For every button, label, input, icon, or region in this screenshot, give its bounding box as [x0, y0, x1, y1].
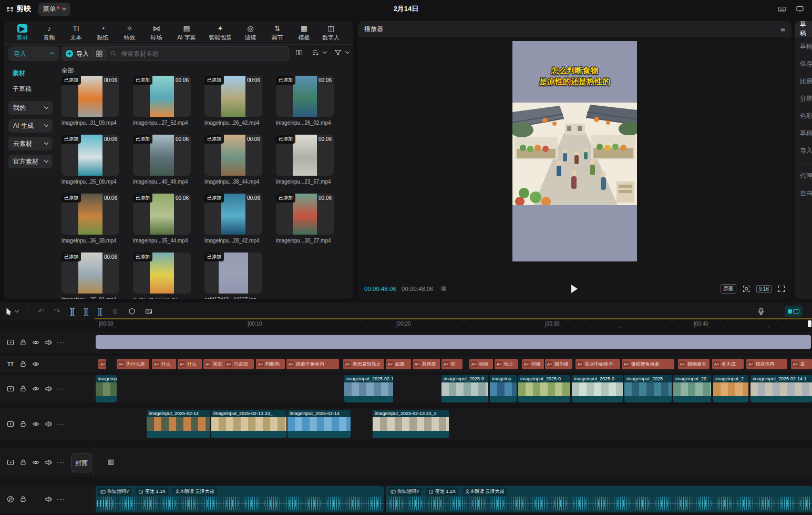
video-clip[interactable]: imageinput_2025-02-13 23: [344, 375, 393, 402]
media-thumbnail[interactable]: 已添加00:06: [276, 194, 334, 235]
draft-setting-item[interactable]: 分辨: [795, 89, 812, 106]
media-item[interactable]: 已添加热门标题大字母 (1).jpg: [133, 253, 191, 299]
search-box[interactable]: [105, 46, 289, 61]
media-item[interactable]: 已添加00:06imageinpu...28_42.mp4: [204, 194, 262, 244]
media-item[interactable]: 已添加00:06imageinpu...23_57.mp4: [276, 135, 334, 185]
video-clip[interactable]: imageinput_2025-02-14: [287, 410, 351, 438]
draft-setting-item[interactable]: 色彩: [795, 106, 812, 124]
media-item[interactable]: 已添加ccfd17d42...44337.jpg: [204, 253, 262, 299]
text-clip[interactable]: A≡地上: [495, 359, 518, 369]
text-clip[interactable]: A≡在水中始终不: [575, 359, 620, 369]
media-thumbnail[interactable]: 已添加00:06: [276, 76, 334, 117]
tab-templates[interactable]: ▦模板: [291, 24, 317, 42]
media-item[interactable]: 已添加00:06imageinpu...40_49.mp4: [133, 135, 191, 185]
speaker-icon[interactable]: [44, 459, 52, 466]
more-icon[interactable]: ···: [57, 459, 65, 466]
media-item[interactable]: 已添加00:06imageinpu...36_38.mp4: [61, 194, 119, 244]
shortcuts-keyboard-icon[interactable]: [777, 5, 787, 13]
tab-media[interactable]: ▶素材: [9, 24, 35, 42]
media-thumbnail[interactable]: 已添加00:06: [61, 135, 119, 176]
media-thumbnail[interactable]: 已添加00:06: [61, 253, 119, 294]
eye-icon[interactable]: [32, 459, 39, 466]
media-item[interactable]: 已添加00:06imageinpu...35_44.mp4: [133, 194, 191, 244]
draft-setting-item[interactable]: 比例: [795, 72, 812, 89]
media-thumbnail[interactable]: 已添加: [133, 253, 191, 294]
import-dropdown[interactable]: 导入: [8, 46, 59, 61]
text-clip[interactable]: A≡其实: [203, 359, 225, 369]
sidebar-item-官方素材[interactable]: 官方素材: [8, 155, 53, 168]
split-icon[interactable]: ][: [70, 307, 74, 316]
video-clip[interactable]: imageinput_2025-02-14: [147, 410, 210, 438]
media-item[interactable]: 已添加00:06imageinpu...26_02.mp4: [276, 76, 334, 126]
media-item[interactable]: 已添加00:06imageinpu...35_01.mp4: [61, 253, 119, 299]
media-thumbnail[interactable]: 已添加00:06: [61, 76, 119, 117]
video-clip[interactable]: imageinput_2025-02-13 23_: [211, 410, 286, 438]
tab-digital-human[interactable]: ◫数字人: [318, 24, 344, 42]
text-clip[interactable]: A≡其肉质: [413, 359, 440, 369]
video-clip[interactable]: imageinput_2025-02-13 23_2: [373, 410, 449, 438]
frames-icon[interactable]: [440, 285, 447, 292]
draft-setting-item[interactable]: 保存: [795, 54, 812, 72]
media-item[interactable]: 已添加00:06imageinpu...30_27.mp4: [276, 194, 334, 244]
speaker-icon[interactable]: [44, 420, 52, 428]
ratio-button[interactable]: 9:16: [756, 285, 772, 293]
player-menu-icon[interactable]: ≡: [780, 25, 785, 34]
draft-setting-item[interactable]: 自由: [795, 184, 812, 201]
tab-ai-captions[interactable]: ▤AI 字幕: [170, 24, 203, 42]
lock-icon[interactable]: [19, 459, 27, 466]
media-item[interactable]: 已添加00:06imageinpu...38_44.mp4: [204, 135, 262, 185]
media-item[interactable]: 已添加00:06imageinpu...31_09.mp4: [61, 76, 119, 126]
media-item[interactable]: 已添加00:06imageinpu...27_52.mp4: [133, 76, 191, 126]
search-input[interactable]: [120, 49, 284, 58]
audio-clip[interactable]: 你知道吗?变速 1.2X文本朗读 云泽大叔: [386, 486, 812, 512]
play-button[interactable]: [571, 285, 578, 293]
speaker-icon[interactable]: [44, 385, 52, 392]
media-thumbnail[interactable]: 已添加00:06: [133, 76, 191, 117]
tab-sticker[interactable]: ◔贴纸: [90, 24, 116, 42]
lock-icon[interactable]: [19, 420, 27, 428]
media-thumbnail[interactable]: 已添加00:06: [204, 135, 262, 176]
select-tool-button[interactable]: [5, 308, 18, 315]
redo-icon[interactable]: ↷: [54, 307, 61, 316]
tab-text[interactable]: TI文本: [63, 24, 89, 42]
video-clip[interactable]: imageinp: [490, 375, 517, 402]
eye-icon[interactable]: [32, 420, 39, 428]
text-clip[interactable]: A≡意思是阳热之: [343, 359, 384, 369]
media-item[interactable]: 已添加00:06imageinpu...25_08.mp4: [61, 135, 119, 185]
media-thumbnail[interactable]: 已添加00:06: [61, 194, 119, 235]
import-button[interactable]: + 导入: [61, 46, 107, 61]
preview-focus-icon[interactable]: [743, 285, 750, 292]
tab-audio[interactable]: ♪音频: [36, 24, 62, 42]
text-clip[interactable]: A≡因为猪: [545, 359, 572, 369]
text-clip[interactable]: A≡判断肉: [256, 359, 285, 369]
text-clip[interactable]: A≡借助于黄帝内: [286, 359, 339, 369]
video-clip[interactable]: imageinput_2025-0: [441, 375, 488, 402]
more-icon[interactable]: ···: [57, 496, 65, 503]
filter-icon[interactable]: [334, 49, 349, 56]
text-clip[interactable]: A≡为什么老: [117, 359, 149, 369]
text-clip[interactable]: A≡但猪: [522, 359, 544, 369]
video-clip[interactable]: imageinput_2025-02-14 1: [751, 375, 812, 402]
text-clip[interactable]: A≡什么: [152, 359, 176, 369]
video-clip[interactable]: imageinput_2025-0: [572, 375, 623, 402]
lock-icon[interactable]: [19, 339, 27, 346]
background-clip[interactable]: [96, 335, 811, 349]
audio-clip[interactable]: 你知道吗?变速 1.3X文本朗读 云泽大叔: [96, 486, 384, 512]
sort-icon[interactable]: [312, 49, 326, 56]
draft-setting-item[interactable]: 代理: [795, 166, 812, 184]
lock-icon[interactable]: [19, 360, 27, 368]
video-clip[interactable]: imageinput_2025-: [96, 375, 117, 402]
video-clip[interactable]: imageinput_2025: [624, 375, 672, 402]
fullscreen-icon[interactable]: [778, 285, 785, 292]
more-icon[interactable]: ···: [57, 385, 65, 392]
speaker-icon[interactable]: [44, 339, 52, 346]
text-clip[interactable]: A≡植物夏天: [678, 359, 710, 369]
video-preview[interactable]: 怎么判断食物 是凉性的还是热性的: [512, 41, 637, 261]
sidebar-item-AI 生成[interactable]: AI 生成: [8, 119, 53, 133]
video-clip[interactable]: imageinput_2: [713, 375, 748, 402]
eye-icon[interactable]: [32, 339, 39, 346]
text-clip[interactable]: A≡动物: [469, 359, 493, 369]
media-thumbnail[interactable]: 已添加00:06: [133, 135, 191, 176]
media-thumbnail[interactable]: 已添加00:06: [204, 76, 262, 117]
undo-icon[interactable]: ↶: [38, 307, 45, 316]
